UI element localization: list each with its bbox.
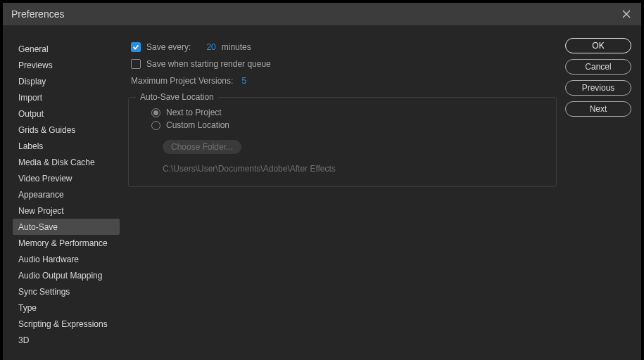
save-every-row: Save every: 20 minutes: [128, 42, 557, 52]
save-on-render-label: Save when starting render queue: [146, 59, 271, 69]
sidebar-item-grids-guides[interactable]: Grids & Guides: [13, 122, 120, 138]
cancel-button[interactable]: Cancel: [565, 59, 631, 75]
location-radio-group: Next to Project Custom Location: [140, 108, 545, 130]
max-versions-row: Maximum Project Versions: 5: [128, 76, 557, 86]
previous-button[interactable]: Previous: [565, 80, 631, 96]
max-versions-value[interactable]: 5: [241, 76, 246, 86]
radio-custom-location-row[interactable]: Custom Location: [151, 120, 545, 130]
sidebar-item-sync-settings[interactable]: Sync Settings: [13, 283, 120, 300]
save-every-label: Save every:: [146, 42, 191, 52]
sidebar-item-general[interactable]: General: [13, 41, 120, 57]
sidebar-item-display[interactable]: Display: [13, 73, 120, 89]
save-on-render-checkbox[interactable]: [131, 59, 141, 69]
sidebar-item-previews[interactable]: Previews: [13, 57, 120, 73]
ok-button[interactable]: OK: [565, 38, 631, 53]
sidebar-item-type[interactable]: Type: [13, 300, 120, 316]
save-every-checkbox[interactable]: [131, 42, 141, 52]
autosave-location-legend: Auto-Save Location: [136, 92, 218, 102]
radio-custom-location-label: Custom Location: [166, 120, 229, 130]
sidebar-item-3d[interactable]: 3D: [13, 332, 120, 348]
sidebar-item-auto-save[interactable]: Auto-Save: [13, 219, 120, 235]
save-every-value[interactable]: 20: [206, 42, 215, 52]
radio-custom-location[interactable]: [151, 121, 160, 130]
sidebar-item-audio-hardware[interactable]: Audio Hardware: [13, 251, 120, 267]
save-every-unit: minutes: [222, 42, 251, 52]
autosave-path: C:\Users\User\Documents\Adobe\After Effe…: [163, 164, 545, 174]
check-icon: [132, 44, 139, 51]
sidebar-item-media-disk-cache[interactable]: Media & Disk Cache: [13, 154, 120, 170]
save-on-render-row: Save when starting render queue: [128, 59, 557, 69]
choose-folder-button: Choose Folder...: [163, 140, 241, 154]
sidebar-item-import[interactable]: Import: [13, 89, 120, 105]
sidebar-item-audio-output-mapping[interactable]: Audio Output Mapping: [13, 267, 120, 283]
radio-next-to-project[interactable]: [151, 108, 160, 117]
sidebar-item-video-preview[interactable]: Video Preview: [13, 170, 120, 186]
next-button[interactable]: Next: [565, 101, 631, 117]
close-icon: [622, 10, 631, 18]
action-buttons: OK Cancel Previous Next: [565, 38, 631, 350]
close-button[interactable]: [620, 8, 633, 20]
sidebar-item-new-project[interactable]: New Project: [13, 202, 120, 219]
radio-next-to-project-row[interactable]: Next to Project: [151, 108, 545, 117]
radio-next-to-project-label: Next to Project: [166, 108, 222, 117]
preferences-window: Preferences GeneralPreviewsDisplayImport…: [3, 3, 641, 360]
sidebar-item-output[interactable]: Output: [13, 105, 120, 122]
window-title: Preferences: [11, 8, 64, 20]
titlebar: Preferences: [3, 3, 641, 25]
main-panel: Save every: 20 minutes Save when startin…: [128, 38, 557, 350]
sidebar-item-labels[interactable]: Labels: [13, 138, 120, 154]
sidebar-item-memory-performance[interactable]: Memory & Performance: [13, 235, 120, 251]
autosave-location-fieldset: Auto-Save Location Next to Project Custo…: [128, 97, 557, 187]
sidebar-item-scripting-expressions[interactable]: Scripting & Expressions: [13, 316, 120, 332]
window-body: GeneralPreviewsDisplayImportOutputGrids …: [3, 25, 641, 360]
max-versions-label: Maximum Project Versions:: [131, 76, 233, 86]
sidebar: GeneralPreviewsDisplayImportOutputGrids …: [13, 38, 120, 350]
sidebar-item-appearance[interactable]: Appearance: [13, 186, 120, 202]
